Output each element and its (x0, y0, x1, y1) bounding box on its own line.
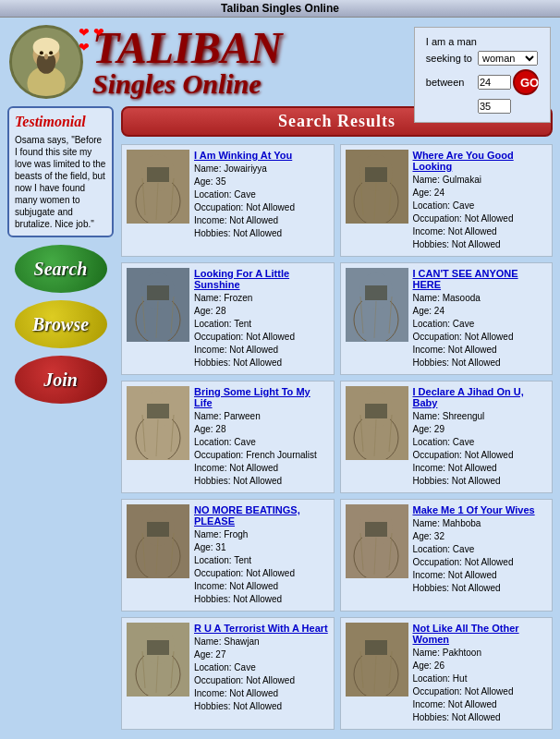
result-title-link[interactable]: Looking For A Little Sunshine (194, 268, 329, 290)
result-info: I CAN'T SEE ANYONE HERE Name: Masooda Ag… (413, 268, 548, 370)
result-photo (127, 386, 189, 460)
body-content: Testimonial Osama says, "Before I found … (0, 103, 560, 739)
result-title-link[interactable]: I Am Winking At You (194, 150, 329, 161)
site-title: TALIBAN Singles Online (92, 26, 282, 98)
age-max-input[interactable] (478, 99, 511, 114)
result-info: Not Like All The Other Women Name: Pakht… (413, 623, 548, 724)
svg-rect-32 (365, 285, 387, 300)
result-card: Bring Some Light To My Life Name: Parwee… (121, 381, 335, 493)
result-photo (346, 150, 408, 224)
result-photo (127, 268, 189, 342)
result-title-link[interactable]: Not Like All The Other Women (413, 623, 548, 645)
svg-rect-74 (365, 640, 387, 655)
result-detail: Name: Mahboba Age: 32 Location: Cave Occ… (413, 517, 548, 595)
result-detail: Name: Jowairiyya Age: 35 Location: Cave … (194, 163, 329, 240)
hearts-decoration: ❤ ❤❤ (79, 25, 104, 55)
result-photo (346, 623, 408, 697)
window-title: Taliban Singles Online (221, 2, 339, 15)
svg-rect-18 (365, 167, 387, 182)
avatar (9, 25, 83, 99)
seeking-select[interactable]: own woman camel goat (478, 51, 538, 66)
testimonial-text: Osama says, "Before I found this site my… (15, 134, 106, 230)
result-info: Where Are You Good Looking Name: Gulmaka… (413, 150, 548, 251)
result-card: R U A Terrorist With A Heart Name: Shawj… (121, 617, 335, 730)
result-detail: Name: Gulmakai Age: 24 Location: Cave Oc… (413, 174, 548, 251)
result-detail: Name: Frogh Age: 31 Location: Tent Occup… (194, 528, 329, 606)
result-info: I Declare A Jihad On U, Baby Name: Shree… (413, 386, 548, 488)
result-title-link[interactable]: Bring Some Light To My Life (194, 386, 329, 408)
between-label: between (424, 68, 474, 96)
result-detail: Name: Masooda Age: 24 Location: Cave Occ… (413, 292, 548, 370)
title-line1: TALIBAN (92, 26, 282, 70)
results-area: Search Results I Am Winking At You Name:… (121, 106, 553, 739)
svg-point-7 (44, 54, 48, 59)
go-button[interactable]: GO (513, 69, 539, 95)
svg-rect-39 (147, 404, 169, 418)
title-bar: Taliban Singles Online (0, 0, 560, 18)
result-card: Not Like All The Other Women Name: Pakht… (340, 617, 554, 730)
results-title: Search Results (278, 112, 396, 130)
seeking-label: seeking to (424, 50, 474, 67)
result-title-link[interactable]: Make Me 1 Of Your Wives (413, 504, 548, 515)
svg-rect-53 (147, 522, 169, 537)
main-container: ❤ ❤❤ TALIBAN Singles Online I am a man s… (0, 18, 560, 739)
result-detail: Name: Shreengul Age: 29 Location: Cave O… (413, 410, 548, 488)
result-info: Make Me 1 Of Your Wives Name: Mahboba Ag… (413, 504, 548, 606)
result-info: Bring Some Light To My Life Name: Parwee… (194, 386, 329, 488)
sidebar: Testimonial Osama says, "Before I found … (7, 106, 114, 739)
result-info: Looking For A Little Sunshine Name: Froz… (194, 268, 329, 370)
result-photo (127, 623, 189, 697)
result-info: I Am Winking At You Name: Jowairiyya Age… (194, 150, 329, 251)
result-photo (127, 504, 189, 578)
testimonial-box: Testimonial Osama says, "Before I found … (7, 106, 114, 237)
search-button[interactable]: Search (15, 245, 107, 293)
result-card: I Declare A Jihad On U, Baby Name: Shree… (340, 381, 554, 493)
result-title-link[interactable]: Where Are You Good Looking (413, 150, 548, 172)
result-card: Looking For A Little Sunshine Name: Froz… (121, 262, 335, 375)
title-line2: Singles Online (92, 70, 282, 98)
result-card: I CAN'T SEE ANYONE HERE Name: Masooda Ag… (340, 262, 554, 375)
age-min-input[interactable] (478, 75, 511, 90)
result-photo (346, 504, 408, 578)
pagination: 1 | 2 | 3 | 4 | 5 | 6 | 7 | 8 | 9 (121, 730, 553, 739)
result-card: Where Are You Good Looking Name: Gulmaka… (340, 144, 554, 257)
result-photo (346, 386, 408, 460)
result-detail: Name: Frozen Age: 28 Location: Tent Occu… (194, 292, 329, 370)
result-title-link[interactable]: I Declare A Jihad On U, Baby (413, 386, 548, 408)
testimonial-title: Testimonial (15, 114, 106, 130)
search-form: I am a man seeking to own woman camel go… (414, 27, 551, 123)
result-detail: Name: Shawjan Age: 27 Location: Cave Occ… (194, 636, 329, 713)
result-title-link[interactable]: I CAN'T SEE ANYONE HERE (413, 268, 548, 290)
result-card: Make Me 1 Of Your Wives Name: Mahboba Ag… (340, 499, 554, 612)
result-info: NO MORE BEATINGS, PLEASE Name: Frogh Age… (194, 504, 329, 606)
svg-rect-25 (147, 285, 169, 300)
browse-button[interactable]: Browse (15, 300, 107, 348)
result-card: I Am Winking At You Name: Jowairiyya Age… (121, 144, 335, 257)
result-info: R U A Terrorist With A Heart Name: Shawj… (194, 623, 329, 724)
svg-rect-11 (147, 167, 169, 182)
result-photo (346, 268, 408, 342)
result-title-link[interactable]: R U A Terrorist With A Heart (194, 623, 329, 634)
result-detail: Name: Pakhtoon Age: 26 Location: Hut Occ… (413, 647, 548, 724)
svg-point-5 (40, 51, 43, 55)
svg-rect-46 (365, 404, 387, 418)
result-title-link[interactable]: NO MORE BEATINGS, PLEASE (194, 504, 329, 527)
result-photo (127, 150, 189, 224)
svg-rect-67 (147, 640, 169, 655)
result-detail: Name: Parween Age: 28 Location: Cave Occ… (194, 410, 329, 488)
svg-point-6 (49, 51, 53, 55)
svg-rect-60 (365, 522, 387, 537)
header: ❤ ❤❤ TALIBAN Singles Online I am a man s… (0, 18, 560, 103)
result-card: NO MORE BEATINGS, PLEASE Name: Frogh Age… (121, 499, 335, 612)
iam-label: I am a man (424, 35, 541, 48)
results-grid: I Am Winking At You Name: Jowairiyya Age… (121, 144, 553, 730)
join-button[interactable]: Join (15, 356, 107, 404)
